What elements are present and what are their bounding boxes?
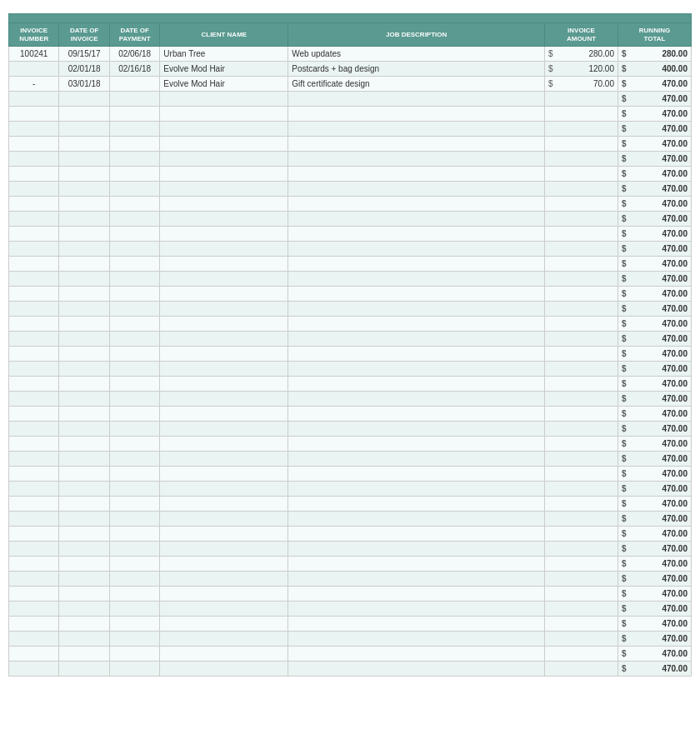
- client-name-cell: [160, 467, 288, 482]
- date-invoice-cell: [59, 92, 109, 107]
- job-desc-cell: [288, 647, 545, 662]
- date-invoice-cell: [59, 587, 109, 602]
- date-payment-cell: [109, 527, 159, 542]
- date-invoice-cell: [59, 647, 109, 662]
- job-desc-cell: [288, 122, 545, 137]
- invoice-number-cell: [9, 197, 59, 212]
- date-payment-cell: [109, 182, 159, 197]
- col-header-row: INVOICENUMBER DATE OFINVOICE DATE OFPAYM…: [9, 23, 692, 47]
- date-payment-cell: [109, 362, 159, 377]
- invoice-amount-cell: $280.00: [545, 47, 618, 62]
- table-row: $470.00: [9, 287, 692, 302]
- date-invoice-cell: [59, 362, 109, 377]
- date-invoice-cell: [59, 182, 109, 197]
- invoice-number-cell: [9, 182, 59, 197]
- invoice-number-cell: [9, 452, 59, 467]
- table-row: 02/01/1802/16/18Evolve Mod HairPostcards…: [9, 62, 692, 77]
- invoice-number-cell: [9, 272, 59, 287]
- invoice-number-cell: [9, 647, 59, 662]
- job-desc-cell: [288, 602, 545, 617]
- invoice-number-cell: [9, 557, 59, 572]
- invoice-amount-cell: [545, 557, 618, 572]
- date-invoice-cell: [59, 347, 109, 362]
- running-total-cell: $470.00: [618, 602, 691, 617]
- date-invoice-cell: 09/15/17: [59, 47, 109, 62]
- job-desc-cell: [288, 407, 545, 422]
- client-name-cell: [160, 572, 288, 587]
- table-row: $470.00: [9, 557, 692, 572]
- invoice-amount-cell: [545, 302, 618, 317]
- invoice-number-cell: [9, 407, 59, 422]
- invoice-amount-cell: [545, 542, 618, 557]
- client-name-cell: [160, 497, 288, 512]
- job-desc-cell: [288, 512, 545, 527]
- job-desc-cell: [288, 152, 545, 167]
- date-invoice-cell: [59, 302, 109, 317]
- date-payment-cell: [109, 512, 159, 527]
- job-desc-cell: [288, 362, 545, 377]
- table-row: $470.00: [9, 407, 692, 422]
- running-total-cell: $470.00: [618, 497, 691, 512]
- client-name-cell: [160, 662, 288, 677]
- job-desc-cell: [288, 257, 545, 272]
- invoice-amount-cell: [545, 92, 618, 107]
- table-row: $470.00: [9, 392, 692, 407]
- date-payment-cell: [109, 167, 159, 182]
- table-row: $470.00: [9, 422, 692, 437]
- col-header-invoice-amount: INVOICEAMOUNT: [545, 23, 618, 47]
- running-total-cell: $470.00: [618, 212, 691, 227]
- date-invoice-cell: [59, 467, 109, 482]
- table-row: $470.00: [9, 497, 692, 512]
- invoice-amount-cell: [545, 647, 618, 662]
- date-payment-cell: [109, 587, 159, 602]
- table-body: 10024109/15/1702/06/18Urban TreeWeb upda…: [9, 47, 692, 677]
- client-name-cell: [160, 542, 288, 557]
- running-total-cell: $470.00: [618, 617, 691, 632]
- job-desc-cell: [288, 422, 545, 437]
- invoice-number-cell: [9, 302, 59, 317]
- date-payment-cell: [109, 392, 159, 407]
- table-row: $470.00: [9, 107, 692, 122]
- client-name-cell: [160, 392, 288, 407]
- client-name-cell: [160, 92, 288, 107]
- table-row: $470.00: [9, 122, 692, 137]
- table-row: $470.00: [9, 272, 692, 287]
- running-total-cell: $470.00: [618, 152, 691, 167]
- date-payment-cell: [109, 467, 159, 482]
- running-total-cell: $470.00: [618, 167, 691, 182]
- table-row: $470.00: [9, 632, 692, 647]
- invoice-number-cell: [9, 362, 59, 377]
- date-invoice-cell: [59, 227, 109, 242]
- date-invoice-cell: 02/01/18: [59, 62, 109, 77]
- invoice-amount-cell: [545, 512, 618, 527]
- client-name-cell: [160, 377, 288, 392]
- invoice-number-cell: 100241: [9, 47, 59, 62]
- invoice-amount-cell: [545, 632, 618, 647]
- table-row: $470.00: [9, 347, 692, 362]
- date-payment-cell: [109, 377, 159, 392]
- invoice-number-cell: [9, 572, 59, 587]
- running-total-cell: $470.00: [618, 377, 691, 392]
- invoice-amount-cell: [545, 257, 618, 272]
- job-desc-cell: [288, 332, 545, 347]
- job-desc-cell: [288, 497, 545, 512]
- invoice-amount-cell: [545, 392, 618, 407]
- invoice-amount-cell: [545, 272, 618, 287]
- running-total-cell: $470.00: [618, 287, 691, 302]
- date-payment-cell: [109, 437, 159, 452]
- date-payment-cell: [109, 287, 159, 302]
- table-row: $470.00: [9, 482, 692, 497]
- date-payment-cell: [109, 197, 159, 212]
- date-payment-cell: [109, 122, 159, 137]
- date-invoice-cell: [59, 392, 109, 407]
- job-desc-cell: [288, 542, 545, 557]
- invoice-amount-cell: [545, 497, 618, 512]
- table-row: $470.00: [9, 152, 692, 167]
- date-payment-cell: [109, 647, 159, 662]
- date-invoice-cell: [59, 542, 109, 557]
- invoice-amount-cell: [545, 287, 618, 302]
- table-row: $470.00: [9, 572, 692, 587]
- running-total-cell: $470.00: [618, 587, 691, 602]
- invoice-number-cell: [9, 587, 59, 602]
- running-total-cell: $470.00: [618, 347, 691, 362]
